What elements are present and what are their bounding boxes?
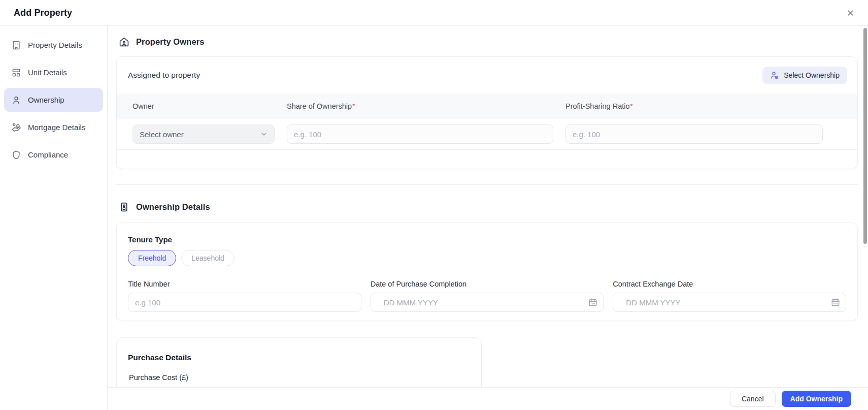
sidebar-item-label: Property Details bbox=[28, 41, 82, 49]
property-owners-heading: Property Owners bbox=[119, 34, 858, 49]
purchase-completion-date-label: Date of Purchase Completion bbox=[371, 280, 604, 288]
house-user-icon bbox=[119, 37, 129, 47]
user-gear-icon bbox=[770, 71, 779, 80]
close-icon[interactable] bbox=[844, 6, 857, 19]
sidebar-item-mortgage-details[interactable]: Mortgage Details bbox=[4, 115, 103, 139]
owners-table-header: Owner Share of Ownership* Profit-Sharing… bbox=[117, 93, 857, 119]
tenure-type-options: Freehold Leasehold bbox=[128, 250, 846, 266]
column-header-share-of-ownership: Share of Ownership* bbox=[287, 102, 553, 110]
profit-sharing-ratio-input[interactable] bbox=[565, 124, 823, 144]
sidebar-item-ownership[interactable]: Ownership bbox=[4, 88, 103, 112]
contract-exchange-date-field: Contract Exchange Date bbox=[613, 280, 846, 312]
assigned-to-property-label: Assigned to property bbox=[128, 71, 200, 80]
required-marker: * bbox=[630, 102, 633, 110]
sidebar: Property Details Unit Details Ownership … bbox=[0, 26, 108, 410]
modal-footer: Cancel Add Ownership bbox=[108, 387, 868, 410]
title-number-input[interactable] bbox=[128, 293, 361, 312]
purchase-completion-date-input[interactable] bbox=[371, 293, 604, 312]
owner-select-value: Select owner bbox=[140, 130, 184, 139]
ownership-details-card: Tenure Type Freehold Leasehold Title Num… bbox=[116, 223, 858, 321]
units-grid-icon bbox=[11, 68, 21, 78]
section-divider bbox=[116, 184, 858, 185]
purchase-details-title: Purchase Details bbox=[128, 353, 469, 362]
owner-select[interactable]: Select owner bbox=[132, 124, 275, 144]
column-header-owner: Owner bbox=[132, 102, 275, 110]
id-card-icon bbox=[119, 202, 129, 212]
sidebar-item-label: Compliance bbox=[28, 150, 68, 159]
page-title: Add Property bbox=[14, 8, 72, 18]
title-number-label: Title Number bbox=[128, 280, 361, 288]
tenure-type-label: Tenure Type bbox=[128, 235, 172, 244]
required-marker: * bbox=[352, 102, 355, 110]
sidebar-item-compliance[interactable]: Compliance bbox=[4, 143, 103, 167]
hand-coin-icon bbox=[11, 122, 21, 133]
select-ownership-label: Select Ownership bbox=[784, 71, 840, 79]
contract-exchange-date-input[interactable] bbox=[613, 293, 846, 312]
select-ownership-button[interactable]: Select Ownership bbox=[762, 67, 847, 84]
sidebar-item-label: Unit Details bbox=[28, 68, 67, 77]
purchase-cost-label: Purchase Cost (£) bbox=[129, 373, 469, 382]
share-of-ownership-input[interactable] bbox=[287, 124, 553, 144]
tenure-option-leasehold[interactable]: Leasehold bbox=[181, 250, 235, 266]
add-ownership-button[interactable]: Add Ownership bbox=[782, 391, 851, 407]
contract-exchange-date-label: Contract Exchange Date bbox=[613, 280, 846, 288]
title-number-field: Title Number bbox=[128, 280, 361, 312]
modal-header: Add Property bbox=[0, 0, 868, 26]
ownership-details-heading: Ownership Details bbox=[119, 199, 858, 214]
cancel-button[interactable]: Cancel bbox=[730, 391, 776, 407]
tenure-option-freehold[interactable]: Freehold bbox=[128, 250, 176, 266]
person-icon bbox=[11, 95, 21, 105]
column-header-profit-sharing-ratio: Profit-Sharing Ratio* bbox=[565, 102, 823, 110]
scrollbar[interactable] bbox=[863, 28, 867, 244]
shield-icon bbox=[11, 150, 21, 160]
section-title: Ownership Details bbox=[136, 202, 210, 212]
sidebar-item-label: Ownership bbox=[28, 96, 64, 104]
sidebar-item-unit-details[interactable]: Unit Details bbox=[4, 60, 103, 84]
building-icon bbox=[11, 40, 21, 50]
add-property-modal: Add Property Property Details Unit Detai… bbox=[0, 0, 868, 410]
chevron-down-icon bbox=[260, 130, 268, 138]
sidebar-item-label: Mortgage Details bbox=[28, 123, 85, 132]
owner-table-row: Select owner bbox=[117, 119, 857, 150]
purchase-completion-date-field: Date of Purchase Completion bbox=[371, 280, 604, 312]
main-content: Property Owners Assigned to property Sel… bbox=[108, 26, 868, 387]
sidebar-item-property-details[interactable]: Property Details bbox=[4, 33, 103, 57]
section-title: Property Owners bbox=[136, 37, 204, 47]
purchase-details-card: Purchase Details Purchase Cost (£) bbox=[116, 337, 482, 387]
assigned-owners-card: Assigned to property Select Ownership Ow… bbox=[116, 56, 858, 169]
